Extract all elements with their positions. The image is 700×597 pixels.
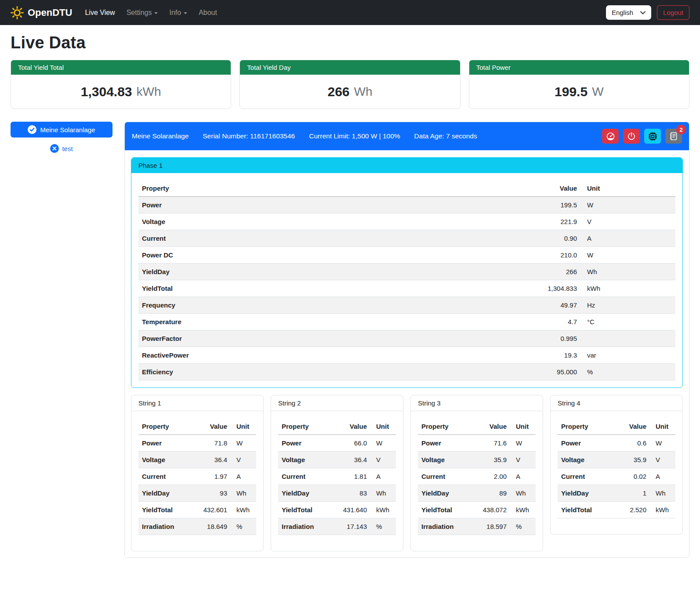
nav-item-live-view[interactable]: Live View [79, 5, 120, 20]
unit-cell: V [580, 213, 675, 230]
event-count-badge[interactable]: 2 [676, 125, 686, 134]
value-cell: 2.520 [613, 502, 650, 518]
inverter-select-button[interactable]: Meine Solaranlage [11, 122, 112, 137]
property-cell: Power DC [138, 247, 532, 264]
table-row: Power71.8W [138, 435, 256, 452]
inverter-serial: Serial Number: 116171603546 [203, 132, 295, 140]
inverter-select-label: Meine Solaranlage [40, 126, 95, 134]
property-cell: ReactivePower [138, 347, 532, 364]
value-cell: 0.995 [532, 330, 580, 347]
table-row: YieldDay89Wh [418, 485, 536, 502]
unit-cell: W [580, 197, 675, 213]
language-select[interactable]: English [606, 5, 651, 20]
value-cell: 210.0 [532, 247, 580, 264]
limit-settings-button[interactable] [602, 129, 619, 144]
inverter-sidebar: Meine Solaranlage test [11, 122, 112, 153]
unit-cell: kWh [580, 280, 675, 297]
unit-cell: °C [580, 314, 675, 330]
property-cell: Power [558, 435, 613, 452]
value-cell: 89 [473, 485, 510, 502]
string-title: String 1 [131, 395, 263, 411]
value-cell: 0.02 [613, 468, 650, 485]
logout-button[interactable]: Logout [657, 5, 689, 20]
inverter-card-header: Meine Solaranlage Serial Number: 1161716… [125, 122, 689, 150]
value-cell: 199.5 [532, 197, 580, 213]
column-header-property: Property [278, 418, 334, 435]
nav-item-about[interactable]: About [193, 5, 223, 20]
property-cell: Voltage [138, 452, 194, 468]
property-cell: Current [138, 230, 532, 247]
unit-cell: Hz [580, 297, 675, 314]
strings-row: String 1 PropertyValueUnit Power71.8WVol… [131, 395, 683, 551]
table-row: ReactivePower19.3var [138, 347, 675, 364]
property-cell: YieldTotal [138, 502, 194, 518]
value-cell: 95.000 [532, 364, 580, 380]
property-cell: PowerFactor [138, 330, 532, 347]
property-cell: Current [558, 468, 613, 485]
property-cell: Current [138, 468, 194, 485]
table-header-row: PropertyValueUnit [278, 418, 396, 435]
value-cell: 1,304.833 [532, 280, 580, 297]
value-cell: 266 [532, 264, 580, 280]
event-log-button[interactable]: 2 [665, 129, 682, 144]
unit-cell: kWh [510, 502, 536, 518]
table-row: PowerFactor0.995 [138, 330, 675, 347]
page: OpenDTU Live View Settings Info About En… [0, 0, 700, 597]
value-cell: 221.9 [532, 213, 580, 230]
value-cell: 49.97 [532, 297, 580, 314]
table-row: YieldTotal438.072kWh [418, 502, 536, 518]
value-cell: 1 [613, 485, 650, 502]
property-cell: YieldDay [138, 485, 194, 502]
value-cell: 0.90 [532, 230, 580, 247]
journal-text-icon [669, 132, 678, 141]
value-cell: 432.601 [194, 502, 231, 518]
chevron-down-icon [154, 12, 158, 14]
unit-cell: kWh [231, 502, 256, 518]
chevron-down-icon [184, 12, 187, 14]
brand[interactable]: OpenDTU [11, 6, 72, 19]
unit-cell: V [231, 452, 256, 468]
property-cell: Voltage [418, 452, 473, 468]
column-header-value: Value [532, 180, 580, 197]
column-header-unit: Unit [510, 418, 536, 435]
string-card: String 4 PropertyValueUnit Power0.6WVolt… [550, 395, 683, 535]
nav-item-info[interactable]: Info [163, 5, 193, 20]
value-cell: 0.6 [613, 435, 650, 452]
value-cell: 4.7 [532, 314, 580, 330]
unit-cell: Wh [510, 485, 536, 502]
card-value: 266 [327, 84, 349, 99]
device-info-button[interactable] [644, 129, 661, 144]
column-header-value: Value [334, 418, 370, 435]
x-circle-icon [50, 144, 59, 153]
nav-item-settings[interactable]: Settings [121, 5, 164, 20]
table-row: Power199.5W [138, 197, 675, 213]
property-cell: Voltage [278, 452, 334, 468]
unit-cell: A [580, 230, 675, 247]
property-cell: Irradiation [138, 518, 194, 535]
string-table: PropertyValueUnit Power71.8WVoltage36.4V… [138, 418, 256, 535]
table-row: YieldDay93Wh [138, 485, 256, 502]
value-cell: 71.8 [194, 435, 231, 452]
inverter-item-test[interactable]: test [11, 144, 112, 153]
property-cell: Power [418, 435, 473, 452]
summary-cards-row: Total Yield Total 1,304.83 kWh Total Yie… [11, 60, 689, 109]
check-circle-icon [28, 125, 36, 134]
table-row: Power0.6W [558, 435, 675, 452]
string-table: PropertyValueUnit Power66.0WVoltage36.4V… [278, 418, 396, 535]
table-row: Current2.00A [418, 468, 536, 485]
property-cell: YieldTotal [138, 280, 532, 297]
value-cell: 18.649 [194, 518, 231, 535]
cpu-icon [648, 132, 657, 141]
unit-cell: W [650, 435, 675, 452]
inverter-data-age: Data Age: 7 seconds [414, 132, 477, 140]
string-title: String 4 [551, 395, 682, 411]
column-header-unit: Unit [231, 418, 256, 435]
string-card: String 3 PropertyValueUnit Power71.6WVol… [410, 395, 543, 551]
table-row: Irradiation18.597% [418, 518, 536, 535]
table-row: Voltage36.4V [278, 452, 396, 468]
power-settings-button[interactable] [623, 129, 640, 144]
value-cell: 35.9 [613, 452, 650, 468]
value-cell: 1.97 [194, 468, 231, 485]
column-header-value: Value [613, 418, 650, 435]
inverter-limit: Current Limit: 1,500 W | 100% [309, 132, 400, 140]
